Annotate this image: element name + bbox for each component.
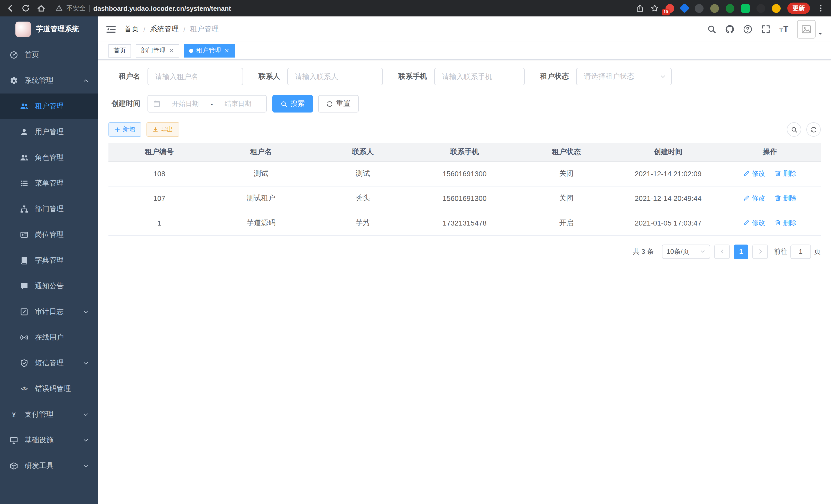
mobile-cell: 17321315478 xyxy=(414,211,515,235)
sidebar-item-audit-log[interactable]: 审计日志 xyxy=(0,299,98,325)
table-row[interactable]: 1 芋道源码 芋艿 17321315478 开启 2021-01-05 17:0… xyxy=(109,211,821,235)
date-range-picker[interactable]: 开始日期 - 结束日期 xyxy=(147,95,267,113)
mobile-input[interactable] xyxy=(435,68,524,85)
sidebar-item-error-code[interactable]: </> 错误码管理 xyxy=(0,376,98,402)
contact-cell: 芋艿 xyxy=(312,211,414,235)
reset-button[interactable]: 重置 xyxy=(318,95,359,113)
search-button[interactable]: 搜索 xyxy=(273,95,313,113)
browser-reload-icon[interactable] xyxy=(22,4,30,12)
sidebar-item-post[interactable]: 岗位管理 xyxy=(0,222,98,248)
tab-dept[interactable]: 部门管理 xyxy=(136,44,179,57)
breadcrumb-home[interactable]: 首页 xyxy=(124,25,139,34)
prev-page-button[interactable] xyxy=(714,244,730,259)
edit-button[interactable]: 修改 xyxy=(743,194,765,203)
browser-actions: 10 更新 xyxy=(636,3,825,14)
goto-page-input[interactable] xyxy=(791,244,811,259)
extension-icon[interactable] xyxy=(710,4,719,12)
sidebar-item-user[interactable]: 用户管理 xyxy=(0,119,98,145)
breadcrumb-system[interactable]: 系统管理 xyxy=(150,25,179,34)
page-size-select[interactable]: 10条/页 xyxy=(662,244,710,259)
actions-cell: 修改 删除 xyxy=(719,186,821,211)
status-select[interactable]: 请选择租户状态 xyxy=(576,68,672,85)
edit-button[interactable]: 修改 xyxy=(743,169,765,178)
tab-tenant[interactable]: 租户管理 xyxy=(184,44,235,57)
sidebar: 芋道管理系统 首页 系统管理 租户管理 用户管理 xyxy=(0,17,98,504)
col-tenant-name: 租户名 xyxy=(210,143,312,161)
add-button[interactable]: 新增 xyxy=(109,122,141,137)
page-number-button[interactable]: 1 xyxy=(734,244,748,259)
next-page-button[interactable] xyxy=(752,244,768,259)
extension-icon[interactable] xyxy=(741,4,750,12)
extension-icon[interactable] xyxy=(772,4,781,12)
gear-icon xyxy=(10,77,18,85)
share-icon[interactable] xyxy=(636,4,644,12)
app-logo[interactable]: 芋道管理系统 xyxy=(0,17,98,42)
sidebar-item-label: 岗位管理 xyxy=(35,230,64,239)
actions-cell: 修改 删除 xyxy=(719,211,821,235)
sidebar-item-dict[interactable]: 字典管理 xyxy=(0,248,98,273)
sidebar-item-label: 菜单管理 xyxy=(35,179,64,188)
sidebar-item-pay[interactable]: ¥ 支付管理 xyxy=(0,402,98,427)
sidebar-collapse-icon[interactable] xyxy=(106,24,116,34)
breadcrumb: 首页 / 系统管理 / 租户管理 xyxy=(124,25,219,34)
screen: 不安全 dashboard.yudao.iocoder.cn/system/te… xyxy=(0,0,831,504)
tenant-id-cell: 108 xyxy=(109,161,210,186)
font-size-icon[interactable]: TT xyxy=(779,25,789,33)
status-cell: 关闭 xyxy=(515,186,617,211)
delete-button[interactable]: 删除 xyxy=(774,194,797,203)
sidebar-item-menu[interactable]: 菜单管理 xyxy=(0,171,98,196)
sidebar-item-dept[interactable]: 部门管理 xyxy=(0,196,98,222)
download-icon xyxy=(153,127,158,132)
user-avatar-menu[interactable] xyxy=(797,20,823,38)
contact-input[interactable] xyxy=(288,68,382,85)
sidebar-item-infra[interactable]: 基础设施 xyxy=(0,427,98,453)
page-unit-label: 页 xyxy=(814,247,821,256)
sidebar-item-sms[interactable]: 短信管理 xyxy=(0,350,98,376)
sidebar-item-dashboard[interactable]: 首页 xyxy=(0,42,98,68)
dashboard-icon xyxy=(10,51,18,59)
chevron-right-icon xyxy=(757,249,763,254)
export-button[interactable]: 导出 xyxy=(146,122,179,137)
sidebar-item-system[interactable]: 系统管理 xyxy=(0,68,98,93)
browser-menu-icon[interactable] xyxy=(816,4,825,12)
close-icon[interactable] xyxy=(224,48,230,53)
page-content: 租户名 联系人 联系手机 租户状态 xyxy=(98,60,831,504)
address-bar[interactable]: 不安全 dashboard.yudao.iocoder.cn/system/te… xyxy=(56,4,629,12)
bookmark-star-icon[interactable] xyxy=(651,4,659,12)
chevron-down-icon xyxy=(83,463,89,469)
help-icon[interactable] xyxy=(743,25,753,34)
app: 芋道管理系统 首页 系统管理 租户管理 用户管理 xyxy=(0,17,831,504)
extension-icon[interactable] xyxy=(679,3,690,13)
fullscreen-icon[interactable] xyxy=(762,25,771,34)
browser-home-icon[interactable] xyxy=(37,4,45,12)
edit-icon xyxy=(743,195,750,202)
active-dot xyxy=(189,49,193,53)
browser-back-icon[interactable] xyxy=(6,4,15,12)
yen-icon: ¥ xyxy=(10,411,18,418)
refresh-table-button[interactable] xyxy=(806,122,821,137)
sidebar-item-role[interactable]: 角色管理 xyxy=(0,145,98,171)
edit-button[interactable]: 修改 xyxy=(743,218,765,228)
table-row[interactable]: 108 测试 测试 15601691300 关闭 2021-12-14 21:0… xyxy=(109,161,821,186)
extension-icon[interactable] xyxy=(756,4,765,12)
sidebar-item-notice[interactable]: 通知公告 xyxy=(0,273,98,299)
sidebar-item-label: 首页 xyxy=(25,50,39,60)
browser-chrome: 不安全 dashboard.yudao.iocoder.cn/system/te… xyxy=(0,0,831,17)
sidebar-item-tenant[interactable]: 租户管理 xyxy=(0,93,98,119)
extension-icon[interactable] xyxy=(695,4,704,12)
browser-update-button[interactable]: 更新 xyxy=(787,3,810,14)
delete-button[interactable]: 删除 xyxy=(774,218,797,228)
tenant-name-input[interactable] xyxy=(148,68,242,85)
sidebar-item-dev-tools[interactable]: 研发工具 xyxy=(0,453,98,479)
extension-icon[interactable]: 10 xyxy=(665,4,674,12)
sidebar-item-online-user[interactable]: 在线用户 xyxy=(0,325,98,350)
table-row[interactable]: 107 测试租户 秃头 15601691300 关闭 2021-12-14 20… xyxy=(109,186,821,211)
delete-button[interactable]: 删除 xyxy=(774,169,797,178)
extension-icon[interactable] xyxy=(726,4,735,12)
tab-home[interactable]: 首页 xyxy=(109,44,131,57)
search-icon[interactable] xyxy=(708,25,717,34)
status-label: 租户状态 xyxy=(540,72,569,81)
github-icon[interactable] xyxy=(725,25,735,34)
close-icon[interactable] xyxy=(169,48,174,53)
toggle-search-button[interactable] xyxy=(787,122,801,137)
